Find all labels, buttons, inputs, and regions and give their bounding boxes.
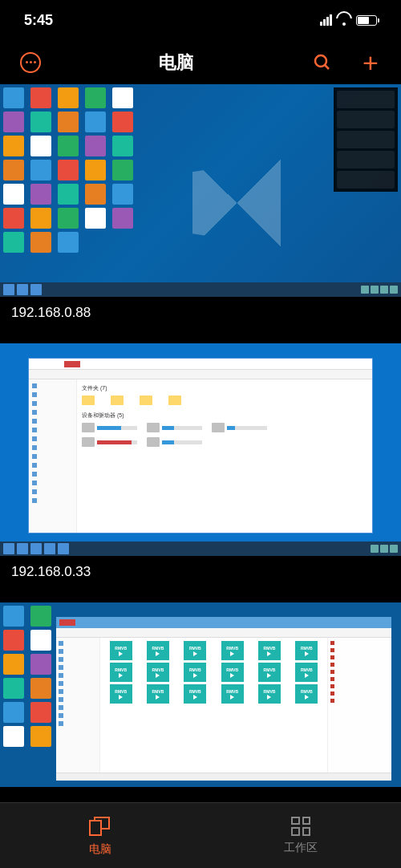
- computer-ip: 192.168.0.33: [0, 556, 401, 588]
- app-header: 电脑 +: [0, 40, 401, 84]
- file-explorer-window: 文件夹 (7) 设备和驱动器 (5): [28, 358, 373, 533]
- status-indicators: [320, 14, 377, 26]
- battery-icon: [356, 15, 377, 26]
- computer-item[interactable]: RMVB RMVB RMVB RMVB RMVB RMVB RMVB RMVB …: [0, 602, 401, 787]
- nav-workspace[interactable]: 工作区: [200, 803, 401, 868]
- computer-ip: 192.168.0.88: [0, 297, 401, 329]
- file-grid: RMVB RMVB RMVB RMVB RMVB RMVB RMVB RMVB …: [100, 638, 327, 773]
- svg-line-1: [325, 65, 329, 69]
- file-manager-window: RMVB RMVB RMVB RMVB RMVB RMVB RMVB RMVB …: [56, 617, 391, 781]
- computer-item[interactable]: 192.168.0.88: [0, 84, 401, 329]
- taskbar: [0, 541, 401, 556]
- nav-computer[interactable]: 电脑: [0, 803, 200, 868]
- grid-icon: [291, 817, 310, 836]
- computer-icon: [89, 815, 111, 838]
- wifi-icon: [337, 14, 351, 26]
- computer-item[interactable]: 文件夹 (7) 设备和驱动器 (5): [0, 343, 401, 588]
- taskbar: [0, 282, 401, 297]
- desktop-icons: [3, 87, 136, 253]
- windows-logo: [192, 159, 281, 247]
- desktop-icons: [3, 606, 55, 747]
- bottom-nav: 电脑 工作区: [0, 802, 401, 868]
- nav-label: 工作区: [284, 841, 318, 855]
- computer-thumbnail[interactable]: RMVB RMVB RMVB RMVB RMVB RMVB RMVB RMVB …: [0, 602, 401, 787]
- add-button[interactable]: +: [358, 50, 383, 75]
- page-title: 电脑: [159, 51, 194, 75]
- status-bar: 5:45: [0, 0, 401, 40]
- signal-icon: [320, 14, 332, 26]
- computer-thumbnail[interactable]: 文件夹 (7) 设备和驱动器 (5): [0, 343, 401, 556]
- more-icon: [20, 52, 41, 73]
- search-button[interactable]: [310, 50, 335, 75]
- svg-point-0: [315, 55, 326, 67]
- computer-list[interactable]: 192.168.0.88 文件夹 (7): [0, 84, 401, 802]
- nav-label: 电脑: [89, 842, 111, 857]
- more-button[interactable]: [18, 50, 43, 75]
- section-label: 设备和驱动器 (5): [82, 412, 367, 420]
- section-label: 文件夹 (7): [82, 384, 367, 392]
- status-time: 5:45: [24, 12, 53, 29]
- notification-panel: [334, 87, 398, 192]
- computer-thumbnail[interactable]: [0, 84, 401, 297]
- search-icon: [313, 53, 332, 72]
